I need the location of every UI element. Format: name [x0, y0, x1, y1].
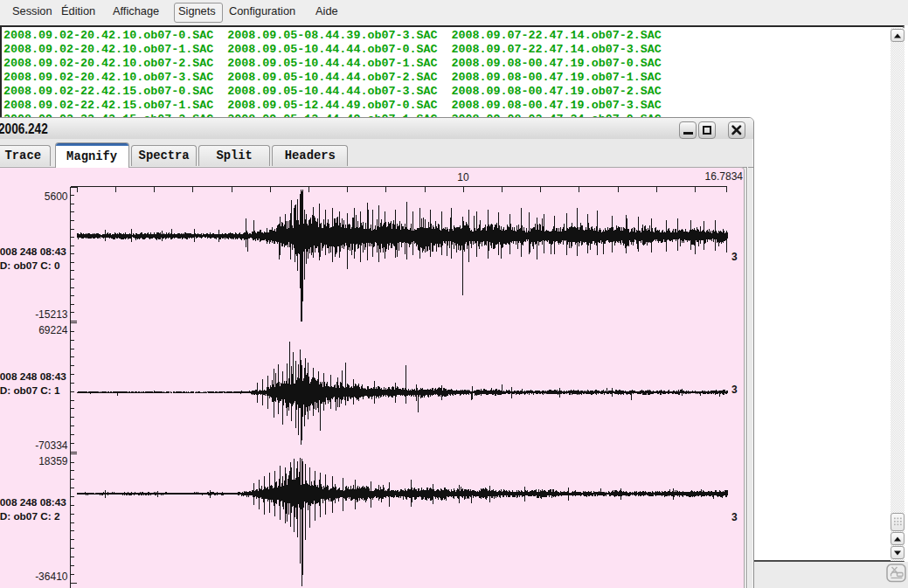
svg-text:3: 3 — [731, 251, 738, 263]
svg-text:10: 10 — [457, 171, 469, 183]
svg-text:5600: 5600 — [45, 190, 68, 203]
svg-text:-15213: -15213 — [35, 308, 68, 321]
svg-text:ID: ob07 C: 1: ID: ob07 C: 1 — [0, 384, 60, 397]
svg-text:2008 248 08:43: 2008 248 08:43 — [0, 246, 66, 258]
svg-text:ID: ob07 C: 2: ID: ob07 C: 2 — [0, 510, 60, 522]
svg-text:-70334: -70334 — [35, 439, 68, 452]
svg-text:69224: 69224 — [38, 324, 68, 336]
svg-text:-36410: -36410 — [35, 571, 68, 583]
svg-text:16.7834: 16.7834 — [705, 170, 744, 183]
svg-text:ID: ob07 C: 0: ID: ob07 C: 0 — [0, 259, 60, 272]
svg-text:2008 248 08:43: 2008 248 08:43 — [0, 370, 66, 383]
svg-text:2008 248 08:43: 2008 248 08:43 — [0, 496, 66, 508]
svg-text:18359: 18359 — [38, 455, 68, 467]
svg-text:3: 3 — [731, 511, 738, 523]
svg-text:3: 3 — [731, 384, 738, 396]
